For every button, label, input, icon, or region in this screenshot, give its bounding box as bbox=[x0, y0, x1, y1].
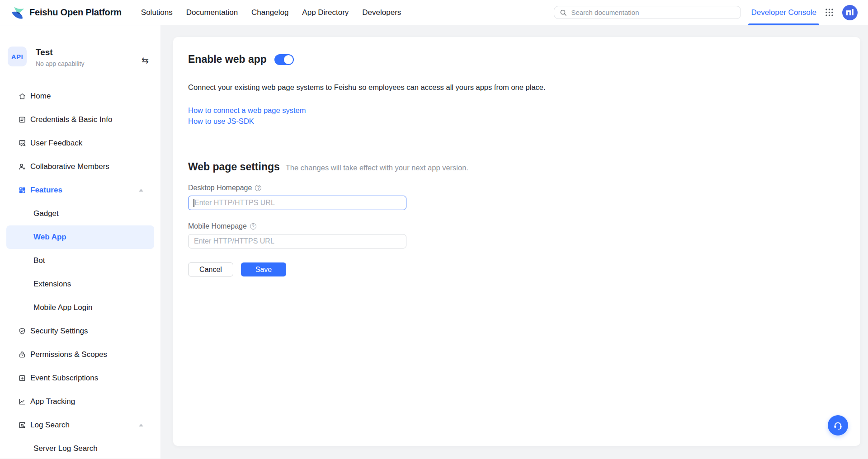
desktop-homepage-input[interactable] bbox=[188, 196, 406, 210]
nav-item-developers[interactable]: Developers bbox=[362, 8, 401, 17]
web-app-description: Connect your existing web page systems t… bbox=[188, 83, 842, 92]
sidebar-switch-icon[interactable]: ⇆ bbox=[142, 56, 149, 65]
nav-item-documentation[interactable]: Documentation bbox=[186, 8, 238, 17]
top-navigation-bar: Feishu Open Platform Solutions Documenta… bbox=[0, 0, 868, 25]
id-card-icon bbox=[18, 116, 26, 124]
line-chart-icon bbox=[18, 398, 26, 406]
settings-note: The changes will take effect with your n… bbox=[286, 164, 468, 172]
content-area: Enable web app Connect your existing web… bbox=[161, 25, 868, 459]
web-app-settings-card: Enable web app Connect your existing web… bbox=[173, 37, 860, 446]
search-input[interactable] bbox=[571, 9, 735, 16]
enable-web-app-title: Enable web app bbox=[188, 53, 267, 66]
nav-item-changelog[interactable]: Changelog bbox=[251, 8, 288, 17]
headset-icon bbox=[833, 420, 843, 431]
save-button[interactable]: Save bbox=[241, 262, 286, 276]
nav-item-solutions[interactable]: Solutions bbox=[141, 8, 173, 17]
sidebar-item-server-log-search[interactable]: Server Log Search bbox=[6, 437, 154, 459]
app-header[interactable]: API Test No app capability bbox=[8, 47, 160, 67]
mobile-homepage-input[interactable] bbox=[188, 234, 406, 248]
app-icon: API bbox=[8, 47, 27, 66]
app-sidebar: ⇆ API Test No app capability Home bbox=[0, 25, 161, 459]
primary-nav: Solutions Documentation Changelog App Di… bbox=[141, 8, 401, 17]
cancel-button[interactable]: Cancel bbox=[188, 262, 233, 276]
toggle-knob bbox=[284, 55, 293, 64]
sidebar-item-permissions-scopes[interactable]: Permissions & Scopes bbox=[6, 343, 154, 366]
collapse-caret-icon[interactable] bbox=[139, 424, 143, 426]
feedback-icon bbox=[18, 139, 26, 147]
web-page-settings-title: Web page settings bbox=[188, 161, 280, 173]
feishu-logo-icon bbox=[11, 6, 25, 19]
sidebar-item-features[interactable]: Features bbox=[6, 178, 154, 202]
sidebar-item-web-app[interactable]: Web App bbox=[6, 225, 154, 249]
sidebar-item-security-settings[interactable]: Security Settings bbox=[6, 319, 154, 343]
features-grid-icon bbox=[18, 186, 26, 194]
collapse-caret-icon[interactable] bbox=[139, 189, 143, 192]
link-how-to-connect[interactable]: How to connect a web page system bbox=[188, 105, 306, 116]
square-plus-icon bbox=[18, 374, 26, 382]
help-icon[interactable] bbox=[255, 185, 261, 191]
sidebar-item-extensions[interactable]: Extensions bbox=[6, 272, 154, 296]
support-fab-button[interactable] bbox=[828, 415, 848, 436]
developer-console-label: Developer Console bbox=[751, 8, 816, 17]
documentation-search[interactable] bbox=[554, 6, 741, 19]
home-icon bbox=[18, 92, 26, 100]
sidebar-item-event-subscriptions[interactable]: Event Subscriptions bbox=[6, 366, 154, 390]
developer-console-tab[interactable]: Developer Console bbox=[751, 0, 816, 25]
help-icon[interactable] bbox=[250, 223, 256, 230]
app-name: Test bbox=[36, 47, 84, 57]
avatar-glyph bbox=[845, 8, 855, 18]
sidebar-menu: Home Credentials & Basic Info bbox=[0, 78, 160, 459]
sidebar-item-user-feedback[interactable]: User Feedback bbox=[6, 131, 154, 155]
sidebar-item-home[interactable]: Home bbox=[6, 84, 154, 108]
log-search-icon bbox=[18, 421, 26, 429]
desktop-homepage-label: Desktop Homepage bbox=[188, 184, 252, 192]
search-icon bbox=[560, 9, 567, 16]
lock-icon bbox=[18, 351, 26, 359]
brand-name: Feishu Open Platform bbox=[29, 7, 122, 18]
member-add-icon bbox=[18, 163, 26, 171]
sidebar-item-bot[interactable]: Bot bbox=[6, 249, 154, 272]
app-capability-status: No app capability bbox=[36, 60, 84, 67]
sidebar-item-credentials[interactable]: Credentials & Basic Info bbox=[6, 108, 154, 131]
shield-check-icon bbox=[18, 327, 26, 335]
sidebar-item-collaborative-members[interactable]: Collaborative Members bbox=[6, 155, 154, 178]
brand[interactable]: Feishu Open Platform bbox=[11, 6, 122, 19]
link-how-to-use-js-sdk[interactable]: How to use JS-SDK bbox=[188, 116, 254, 126]
active-tab-underline bbox=[748, 23, 819, 25]
sidebar-item-gadget[interactable]: Gadget bbox=[6, 202, 154, 225]
enable-web-app-toggle[interactable] bbox=[274, 54, 294, 65]
mobile-homepage-label: Mobile Homepage bbox=[188, 222, 247, 230]
apps-grid-button[interactable] bbox=[825, 8, 834, 17]
sidebar-item-mobile-app-login[interactable]: Mobile App Login bbox=[6, 296, 154, 319]
sidebar-item-app-tracking[interactable]: App Tracking bbox=[6, 390, 154, 413]
user-avatar[interactable] bbox=[842, 5, 858, 20]
nav-item-app-directory[interactable]: App Directory bbox=[302, 8, 349, 17]
sidebar-item-log-search[interactable]: Log Search bbox=[6, 413, 154, 437]
apps-grid-icon bbox=[825, 8, 834, 17]
